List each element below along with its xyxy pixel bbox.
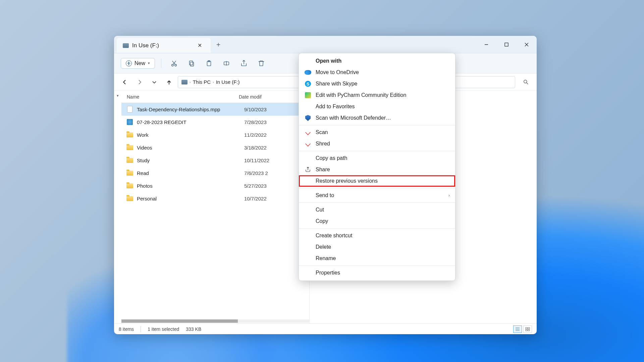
file-row[interactable]: Study10/11/2022 bbox=[121, 154, 309, 167]
cm-add-favorites[interactable]: Add to Favorites bbox=[299, 101, 455, 112]
file-row[interactable]: Work11/2/2022 bbox=[121, 128, 309, 141]
new-label: New bbox=[135, 60, 145, 66]
delete-button[interactable] bbox=[255, 57, 268, 70]
view-buttons bbox=[513, 325, 532, 333]
toolbar-separator bbox=[161, 59, 161, 68]
file-name: Videos bbox=[137, 145, 244, 150]
minimize-button[interactable] bbox=[476, 36, 496, 53]
cm-cut[interactable]: Cut bbox=[299, 204, 455, 216]
cm-send-to[interactable]: Send to› bbox=[299, 190, 455, 201]
svg-rect-9 bbox=[190, 61, 193, 65]
file-row[interactable]: Photos5/27/2023 bbox=[121, 179, 309, 192]
cm-scan[interactable]: Scan bbox=[299, 127, 455, 138]
status-selection: 1 item selected bbox=[148, 326, 179, 332]
svg-rect-1 bbox=[505, 43, 508, 46]
svg-point-5 bbox=[175, 64, 177, 66]
cm-separator bbox=[299, 265, 455, 266]
file-row[interactable]: Task-Dependency-Relationships.mpp9/10/20… bbox=[121, 103, 309, 116]
share-button[interactable] bbox=[237, 57, 251, 70]
file-name: Study bbox=[137, 158, 244, 163]
search-button[interactable] bbox=[520, 76, 532, 88]
view-details-button[interactable] bbox=[513, 325, 522, 333]
window-controls bbox=[476, 36, 537, 53]
file-name: Task-Dependency-Relationships.mpp bbox=[137, 107, 244, 112]
cm-properties[interactable]: Properties bbox=[299, 267, 455, 279]
status-bar: 8 items 1 item selected 333 KB bbox=[114, 323, 537, 334]
horizontal-scrollbar[interactable] bbox=[121, 319, 309, 323]
scrollbar-thumb[interactable] bbox=[121, 319, 238, 323]
share-icon bbox=[304, 166, 312, 173]
cm-share-skype[interactable]: SShare with Skype bbox=[299, 78, 455, 89]
cm-open-with[interactable]: Open with bbox=[299, 55, 455, 67]
cm-delete[interactable]: Delete bbox=[299, 241, 455, 253]
cm-restore-previous-versions[interactable]: Restore previous versions bbox=[299, 175, 455, 187]
file-rows: Task-Dependency-Relationships.mpp9/10/20… bbox=[121, 103, 309, 319]
nav-up-button[interactable] bbox=[163, 76, 175, 88]
svg-line-17 bbox=[527, 82, 528, 84]
cut-button[interactable] bbox=[167, 57, 181, 70]
nav-history-button[interactable] bbox=[148, 76, 160, 88]
cm-copy-path[interactable]: Copy as path bbox=[299, 153, 455, 164]
file-date: 9/10/2023 bbox=[244, 107, 267, 112]
chevron-down-icon: ▾ bbox=[148, 61, 150, 65]
folder-icon bbox=[126, 132, 133, 137]
cm-scan-defender[interactable]: Scan with Microsoft Defender… bbox=[299, 112, 455, 124]
mcafee-icon bbox=[305, 141, 311, 146]
cm-separator bbox=[299, 188, 455, 188]
folder-icon bbox=[126, 145, 133, 150]
file-name: Work bbox=[137, 132, 244, 138]
nav-forward-button[interactable] bbox=[133, 76, 146, 88]
folder-icon bbox=[126, 158, 133, 163]
status-separator bbox=[141, 326, 141, 332]
breadcrumb-root[interactable]: This PC bbox=[193, 79, 211, 85]
tab-title: In Use (F:) bbox=[132, 42, 159, 49]
folder-icon bbox=[126, 171, 133, 176]
file-row[interactable]: 07-28-2023 REGEDIT7/28/2023 bbox=[121, 116, 309, 128]
chevron-down-icon[interactable]: ▾ bbox=[117, 94, 119, 98]
file-row[interactable]: Read7/6/2023 2 bbox=[121, 167, 309, 179]
paste-button[interactable] bbox=[202, 57, 216, 70]
cm-shred[interactable]: Shred bbox=[299, 138, 455, 149]
file-name: Personal bbox=[137, 196, 244, 201]
column-headers: Name Date modif bbox=[121, 91, 309, 103]
file-icon bbox=[127, 106, 132, 113]
new-button[interactable]: New ▾ bbox=[121, 58, 155, 69]
window-close-button[interactable] bbox=[517, 36, 537, 53]
registry-icon bbox=[127, 119, 133, 125]
svg-point-4 bbox=[172, 64, 174, 66]
cm-share[interactable]: Share bbox=[299, 164, 455, 175]
tab-active[interactable]: In Use (F:) ✕ bbox=[117, 38, 211, 53]
titlebar: In Use (F:) ✕ ＋ bbox=[114, 36, 537, 53]
file-row[interactable]: Videos3/18/2022 bbox=[121, 141, 309, 154]
status-size: 333 KB bbox=[186, 326, 201, 332]
svg-point-16 bbox=[524, 80, 527, 83]
file-date: 10/7/2022 bbox=[244, 196, 267, 201]
file-date: 10/11/2022 bbox=[244, 158, 269, 163]
tab-add-button[interactable]: ＋ bbox=[211, 36, 226, 53]
cm-create-shortcut[interactable]: Create shortcut bbox=[299, 230, 455, 241]
breadcrumb-current[interactable]: In Use (F:) bbox=[216, 79, 240, 85]
skype-icon: S bbox=[305, 81, 311, 87]
folder-icon bbox=[126, 196, 133, 201]
pycharm-icon bbox=[305, 92, 311, 98]
tab-close-button[interactable]: ✕ bbox=[195, 41, 205, 50]
file-row[interactable]: Personal10/7/2022 bbox=[121, 192, 309, 205]
column-name[interactable]: Name bbox=[121, 94, 239, 100]
nav-back-button[interactable] bbox=[119, 76, 131, 88]
file-list: Name Date modif Task-Dependency-Relation… bbox=[121, 91, 309, 323]
cm-separator bbox=[299, 151, 455, 151]
cm-edit-pycharm[interactable]: Edit with PyCharm Community Edition bbox=[299, 89, 455, 101]
cm-copy[interactable]: Copy bbox=[299, 216, 455, 227]
file-date: 7/6/2023 2 bbox=[244, 170, 268, 176]
copy-button[interactable] bbox=[185, 57, 198, 70]
maximize-button[interactable] bbox=[496, 36, 517, 53]
cm-separator bbox=[299, 228, 455, 229]
file-date: 3/18/2022 bbox=[244, 145, 267, 150]
rename-button[interactable] bbox=[220, 57, 233, 70]
view-icons-button[interactable] bbox=[523, 325, 532, 333]
folder-icon bbox=[126, 183, 133, 188]
status-item-count: 8 items bbox=[119, 326, 134, 332]
cm-move-onedrive[interactable]: Move to OneDrive bbox=[299, 67, 455, 78]
svg-rect-22 bbox=[528, 327, 530, 329]
cm-rename[interactable]: Rename bbox=[299, 253, 455, 264]
